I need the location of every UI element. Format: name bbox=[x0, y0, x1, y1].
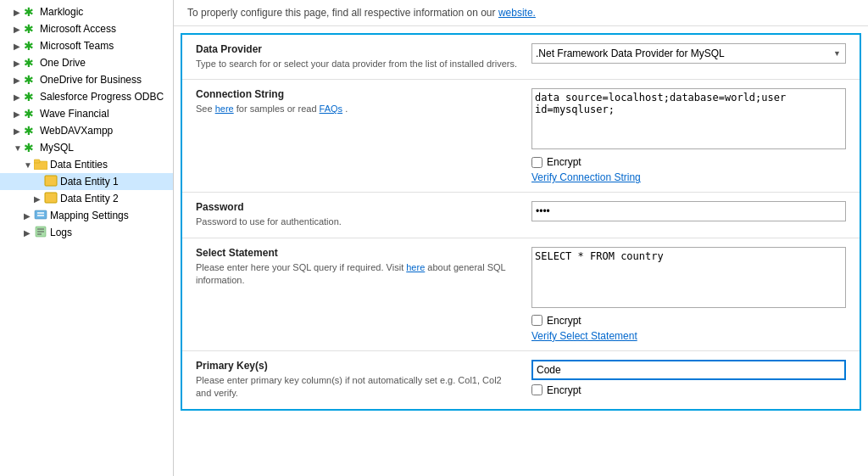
arrow-icon: ▶ bbox=[14, 92, 24, 102]
sidebar-item-label: OneDrive for Business bbox=[40, 74, 142, 86]
select-statement-control: Encrypt Verify Select Statement bbox=[531, 247, 846, 342]
verify-connection-link[interactable]: Verify Connection String bbox=[531, 171, 641, 183]
sidebar-item-wave[interactable]: ▶ ✱ Wave Financial bbox=[0, 105, 173, 122]
connection-encrypt-row: Encrypt bbox=[531, 156, 846, 168]
password-title: Password bbox=[196, 201, 518, 213]
webdav-icon: ✱ bbox=[24, 124, 37, 137]
sidebar-item-microsoft-teams[interactable]: ▶ ✱ Microsoft Teams bbox=[0, 37, 173, 54]
sidebar-item-microsoft-access[interactable]: ▶ ✱ Microsoft Access bbox=[0, 20, 173, 37]
sidebar-item-label: Data Entity 2 bbox=[60, 193, 119, 204]
sidebar-item-label: Mapping Settings bbox=[50, 210, 129, 221]
wave-icon: ✱ bbox=[24, 107, 37, 120]
config-panel: Data Provider Type to search for or sele… bbox=[181, 33, 861, 411]
sidebar-item-data-entity-2[interactable]: ▶ Data Entity 2 bbox=[0, 190, 173, 207]
data-provider-title: Data Provider bbox=[196, 43, 518, 55]
connection-string-textarea-wrapper bbox=[531, 88, 846, 152]
select-encrypt-checkbox[interactable] bbox=[531, 315, 542, 326]
select-statement-textarea-wrapper bbox=[531, 247, 846, 311]
primary-keys-control: Encrypt bbox=[531, 360, 846, 396]
sidebar-item-one-drive[interactable]: ▶ ✱ One Drive bbox=[0, 54, 173, 71]
sidebar-item-mysql[interactable]: ▼ ✱ MySQL bbox=[0, 139, 173, 156]
password-control bbox=[531, 201, 846, 221]
svg-rect-4 bbox=[35, 210, 47, 219]
arrow-icon: ▼ bbox=[14, 143, 24, 153]
primary-keys-title: Primary Key(s) bbox=[196, 360, 518, 372]
sidebar-item-label: Marklogic bbox=[40, 6, 83, 18]
primary-keys-input[interactable] bbox=[531, 360, 846, 380]
select-verify-row: Verify Select Statement bbox=[531, 330, 846, 342]
conn-here-link[interactable]: here bbox=[215, 104, 234, 114]
sidebar-item-label: Salesforce Progress ODBC bbox=[40, 91, 164, 103]
sidebar-item-label: Data Entities bbox=[50, 159, 108, 171]
microsoft-teams-icon: ✱ bbox=[24, 39, 37, 53]
microsoft-access-icon: ✱ bbox=[24, 22, 37, 36]
svg-rect-2 bbox=[45, 176, 57, 186]
select-encrypt-row: Encrypt bbox=[531, 315, 846, 327]
primary-keys-desc: Please enter primary key column(s) if no… bbox=[196, 374, 518, 400]
sidebar-item-mapping-settings[interactable]: ▶ Mapping Settings bbox=[0, 207, 173, 224]
svg-rect-3 bbox=[45, 193, 57, 203]
marklogic-icon: ✱ bbox=[24, 5, 37, 19]
arrow-icon: ▶ bbox=[14, 76, 24, 85]
password-input[interactable] bbox=[531, 201, 846, 221]
folder-icon bbox=[34, 158, 47, 171]
sidebar-item-webdav[interactable]: ▶ ✱ WebDAVXampp bbox=[0, 122, 173, 139]
sidebar-item-onedrive-business[interactable]: ▶ ✱ OneDrive for Business bbox=[0, 71, 173, 88]
sidebar-item-salesforce[interactable]: ▶ ✱ Salesforce Progress ODBC bbox=[0, 88, 173, 105]
conn-desc-prefix: See bbox=[196, 104, 213, 114]
connection-encrypt-checkbox[interactable] bbox=[531, 157, 542, 168]
select-statement-textarea[interactable] bbox=[531, 247, 846, 308]
topbar: To properly configure this page, find al… bbox=[174, 0, 868, 26]
arrow-icon: ▶ bbox=[24, 211, 34, 221]
arrow-icon: ▶ bbox=[14, 25, 24, 34]
sidebar-item-marklogic[interactable]: ▶ ✱ Marklogic bbox=[0, 3, 173, 20]
sidebar-item-label: Data Entity 1 bbox=[60, 176, 119, 188]
sidebar-item-logs[interactable]: ▶ Logs bbox=[0, 224, 173, 241]
data-provider-select-wrapper: .Net Framework Data Provider for MySQL bbox=[531, 43, 846, 64]
arrow-icon: ▶ bbox=[14, 126, 24, 136]
select-encrypt-label: Encrypt bbox=[547, 315, 581, 327]
sidebar-item-label: Logs bbox=[50, 227, 72, 238]
data-provider-select[interactable]: .Net Framework Data Provider for MySQL bbox=[531, 43, 846, 64]
primary-keys-section: Primary Key(s) Please enter primary key … bbox=[182, 351, 860, 409]
connection-string-label-col: Connection String See here for samples o… bbox=[196, 88, 518, 115]
sidebar-item-data-entities[interactable]: ▼ Data Entities bbox=[0, 156, 173, 173]
sidebar-item-label: One Drive bbox=[40, 57, 86, 69]
sel-here-link[interactable]: here bbox=[406, 262, 425, 272]
data-provider-label-col: Data Provider Type to search for or sele… bbox=[196, 43, 518, 70]
pk-encrypt-checkbox[interactable] bbox=[531, 384, 542, 395]
password-section: Password Password to use for authenticat… bbox=[182, 193, 860, 238]
select-statement-section: Select Statement Please enter here your … bbox=[182, 238, 860, 351]
sidebar-item-label: MySQL bbox=[40, 142, 74, 154]
select-statement-label-col: Select Statement Please enter here your … bbox=[196, 247, 518, 288]
sidebar-item-data-entity-1[interactable]: ▶ Data Entity 1 bbox=[0, 173, 173, 190]
connection-verify-row: Verify Connection String bbox=[531, 171, 846, 183]
salesforce-icon: ✱ bbox=[24, 90, 37, 104]
select-statement-title: Select Statement bbox=[196, 247, 518, 259]
primary-keys-label-col: Primary Key(s) Please enter primary key … bbox=[196, 360, 518, 400]
entity-icon bbox=[44, 175, 58, 188]
conn-faqs-link[interactable]: FAQs bbox=[320, 104, 343, 114]
conn-desc-suffix: . bbox=[345, 104, 348, 114]
arrow-icon: ▶ bbox=[24, 228, 34, 238]
verify-select-link[interactable]: Verify Select Statement bbox=[531, 330, 637, 342]
password-desc: Password to use for authentication. bbox=[196, 216, 518, 228]
arrow-icon: ▶ bbox=[14, 42, 24, 51]
connection-string-textarea[interactable] bbox=[531, 88, 846, 149]
logs-icon bbox=[34, 226, 47, 239]
arrow-icon: ▶ bbox=[14, 59, 24, 68]
sidebar-item-label: Microsoft Access bbox=[40, 23, 116, 35]
data-provider-control: .Net Framework Data Provider for MySQL bbox=[531, 43, 846, 64]
connection-string-control: Encrypt Verify Connection String bbox=[531, 88, 846, 183]
connection-encrypt-label: Encrypt bbox=[547, 156, 581, 168]
one-drive-icon: ✱ bbox=[24, 56, 37, 70]
arrow-icon: ▶ bbox=[14, 109, 24, 119]
svg-rect-1 bbox=[34, 160, 40, 163]
arrow-icon: ▼ bbox=[24, 160, 34, 170]
topbar-link[interactable]: website. bbox=[498, 7, 536, 19]
arrow-icon: ▶ bbox=[14, 8, 24, 17]
onedrive-business-icon: ✱ bbox=[24, 73, 37, 87]
connection-string-title: Connection String bbox=[196, 88, 518, 100]
connection-string-section: Connection String See here for samples o… bbox=[182, 80, 860, 193]
entity-icon bbox=[44, 192, 58, 205]
